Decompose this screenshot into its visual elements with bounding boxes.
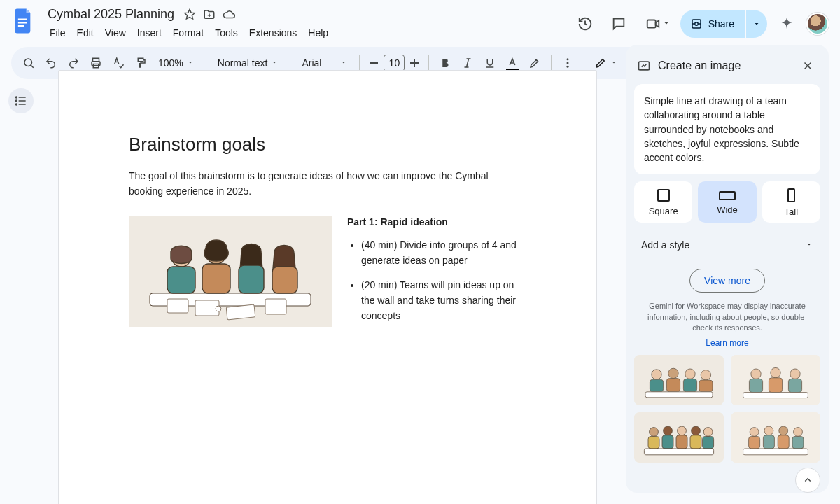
result-thumb[interactable]: [634, 355, 724, 405]
prompt-textarea[interactable]: Simple line art drawing of a team collab…: [634, 84, 820, 174]
svg-point-54: [678, 426, 687, 435]
result-thumb[interactable]: [731, 355, 820, 405]
menu-view[interactable]: View: [100, 24, 131, 41]
svg-rect-28: [265, 299, 286, 314]
menu-bar: File Edit View Insert Format Tools Exten…: [45, 24, 333, 41]
svg-rect-20: [202, 264, 230, 293]
svg-rect-24: [272, 267, 298, 293]
menu-tools[interactable]: Tools: [210, 24, 243, 41]
image-spark-icon: [637, 59, 651, 73]
svg-rect-47: [788, 379, 802, 392]
svg-rect-53: [662, 435, 673, 448]
learn-more-link[interactable]: Learn more: [634, 338, 820, 348]
comments-icon[interactable]: [605, 10, 633, 38]
header-left: Cymbal 2025 Planning File Edit View Inse…: [11, 6, 563, 41]
close-icon[interactable]: [798, 56, 818, 76]
doc-title[interactable]: Cymbal 2025 Planning: [45, 6, 177, 23]
svg-point-46: [790, 369, 800, 379]
doc-bullet: (40 min) Divide into groups of 4 and gen…: [361, 237, 526, 269]
svg-point-44: [771, 368, 780, 377]
svg-rect-55: [676, 435, 687, 448]
svg-rect-1: [18, 22, 27, 23]
svg-rect-61: [731, 412, 820, 463]
style-placeholder: Add a style: [641, 239, 690, 251]
svg-rect-60: [644, 449, 713, 455]
svg-point-12: [16, 97, 18, 98]
svg-rect-0: [18, 19, 27, 20]
meet-button[interactable]: [638, 10, 675, 38]
scroll-up-button[interactable]: [795, 468, 820, 493]
svg-rect-25: [167, 299, 188, 313]
share-button[interactable]: Share: [680, 10, 746, 38]
menu-extensions[interactable]: Extensions: [244, 24, 302, 41]
svg-point-42: [751, 369, 761, 379]
docs-app-icon[interactable]: [11, 6, 36, 36]
header-bar: Cymbal 2025 Planning File Edit View Inse…: [0, 0, 840, 41]
cloud-status-icon[interactable]: [222, 8, 236, 22]
doc-right-column: Part 1: Rapid ideation (40 min) Divide i…: [347, 216, 526, 332]
doc-two-column: Part 1: Rapid ideation (40 min) Divide i…: [129, 216, 526, 332]
account-avatar[interactable]: [806, 13, 829, 35]
svg-rect-27: [226, 304, 255, 320]
svg-rect-48: [743, 392, 808, 398]
square-shape-icon: [657, 189, 670, 202]
menu-format[interactable]: Format: [168, 24, 209, 41]
aspect-square[interactable]: Square: [634, 181, 692, 223]
header-right: Share: [571, 6, 829, 38]
svg-rect-67: [778, 435, 789, 448]
aspect-tall[interactable]: Tall: [762, 181, 820, 223]
view-more-button[interactable]: View more: [690, 269, 765, 293]
svg-rect-59: [703, 436, 714, 449]
move-folder-icon[interactable]: [202, 8, 216, 22]
result-thumb[interactable]: [731, 412, 820, 463]
history-icon[interactable]: [571, 10, 599, 38]
inserted-image[interactable]: [129, 216, 332, 327]
aspect-label: Wide: [717, 204, 738, 215]
chevron-down-icon: [805, 239, 813, 251]
menu-help[interactable]: Help: [303, 24, 333, 41]
share-label: Share: [708, 18, 734, 29]
star-icon[interactable]: [183, 8, 197, 22]
svg-rect-3: [647, 20, 655, 28]
menu-file[interactable]: File: [45, 24, 71, 41]
svg-rect-2: [18, 25, 24, 27]
outline-toggle-icon[interactable]: [8, 88, 34, 113]
create-image-panel: Create an image Simple line art drawing …: [626, 45, 829, 493]
panel-header: Create an image: [634, 53, 820, 84]
svg-point-56: [692, 426, 701, 435]
gemini-disclaimer: Gemini for Workspace may display inaccur…: [634, 301, 820, 333]
document-page[interactable]: Brainstorm goals The goal of this brains…: [58, 70, 597, 504]
svg-point-6: [24, 59, 32, 66]
menu-edit[interactable]: Edit: [72, 24, 99, 41]
svg-point-36: [685, 369, 695, 379]
menu-insert[interactable]: Insert: [132, 24, 167, 41]
svg-point-68: [794, 427, 803, 436]
svg-point-34: [668, 368, 678, 378]
svg-point-64: [764, 426, 774, 435]
svg-rect-70: [743, 449, 808, 455]
svg-rect-37: [683, 379, 696, 391]
svg-rect-63: [749, 436, 760, 449]
svg-point-50: [650, 427, 659, 436]
search-icon[interactable]: [18, 52, 39, 74]
svg-rect-39: [699, 380, 713, 392]
style-select[interactable]: Add a style: [634, 230, 820, 260]
share-caret[interactable]: [746, 10, 767, 38]
aspect-wide[interactable]: Wide: [698, 181, 756, 223]
doc-heading: Brainstorm goals: [129, 134, 526, 155]
svg-rect-51: [648, 436, 659, 449]
svg-point-29: [216, 306, 221, 312]
svg-rect-45: [769, 377, 782, 392]
doc-intro: The goal of this brainstorm is to genera…: [129, 168, 493, 200]
aspect-ratio-row: Square Wide Tall: [634, 181, 820, 223]
doc-bullet-list: (40 min) Divide into groups of 4 and gen…: [347, 237, 526, 324]
wide-shape-icon: [719, 191, 736, 200]
svg-point-13: [16, 100, 18, 102]
doc-bullet: (20 min) Teams will pin ideas up on the …: [361, 277, 526, 324]
doc-part-title: Part 1: Rapid ideation: [347, 216, 526, 227]
svg-rect-35: [666, 378, 680, 391]
gemini-icon[interactable]: [773, 10, 801, 38]
result-thumb[interactable]: [634, 412, 724, 463]
result-thumbnails: [634, 355, 820, 463]
panel-title: Create an image: [658, 59, 791, 72]
